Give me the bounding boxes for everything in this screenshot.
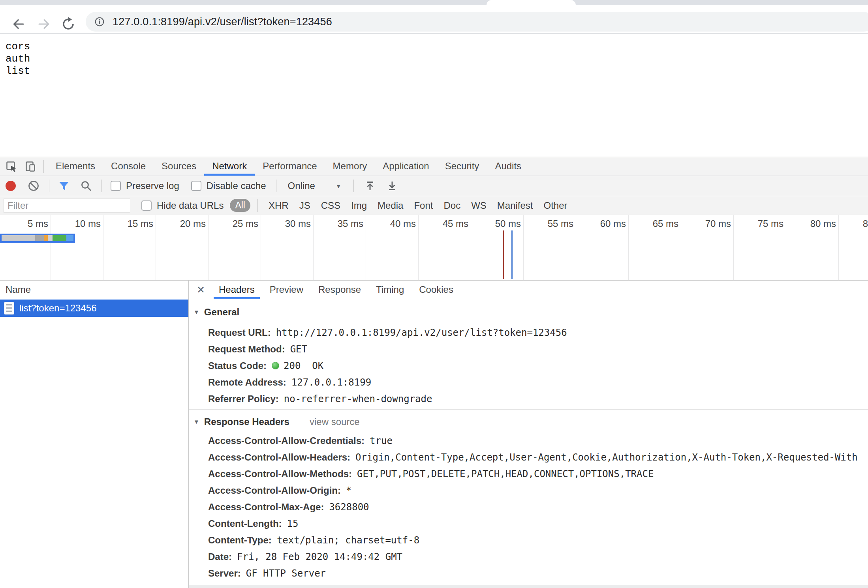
devtools-tab-sources[interactable]: Sources (154, 157, 204, 176)
details-tab-response[interactable]: Response (313, 281, 366, 299)
devtools-tab-console[interactable]: Console (103, 157, 154, 176)
chevron-down-icon[interactable]: ▼ (336, 183, 342, 189)
details-tab-cookies[interactable]: Cookies (414, 281, 458, 299)
general-section-header[interactable]: ▼General (194, 306, 239, 318)
filter-type-doc[interactable]: Doc (443, 200, 460, 211)
header-row: Access-Control-Max-Age:3628800 (208, 501, 369, 513)
forward-button[interactable] (36, 17, 51, 32)
devtools-tab-memory[interactable]: Memory (325, 157, 375, 176)
header-label: Server: (208, 568, 241, 579)
waterfall-segment (2, 235, 35, 241)
separator (49, 180, 49, 192)
close-icon[interactable]: ✕ (197, 284, 205, 296)
separator (257, 199, 258, 212)
filter-input[interactable] (3, 198, 130, 213)
header-label: Request Method: (208, 344, 285, 354)
response-headers-section-header[interactable]: ▼Response Headers (194, 416, 289, 428)
hide-data-urls-label[interactable]: Hide data URLs (157, 200, 224, 211)
devtools-tab-audits[interactable]: Audits (487, 157, 529, 176)
details-tabs: HeadersPreviewResponseTimingCookies (211, 281, 461, 299)
view-source-link[interactable]: view source (310, 416, 360, 428)
name-column-header[interactable]: Name (0, 281, 188, 299)
request-row[interactable]: list?token=123456 (0, 300, 188, 317)
reload-button[interactable] (61, 17, 76, 32)
page-text-line: cors (6, 41, 30, 53)
preserve-log-label[interactable]: Preserve log (126, 180, 179, 191)
network-overview[interactable]: 5 ms10 ms15 ms20 ms25 ms30 ms35 ms40 ms4… (0, 215, 868, 281)
timeline-label: 30 ms (261, 218, 311, 229)
inspect-element-icon[interactable] (6, 161, 17, 172)
header-value: 200 OK (284, 360, 323, 371)
filter-type-xhr[interactable]: XHR (269, 200, 289, 211)
page-text-line: auth (6, 53, 30, 65)
hide-data-urls-checkbox[interactable] (141, 200, 152, 211)
header-row: Request URL:http://127.0.0.1:8199/api.v2… (208, 326, 567, 339)
details-tab-preview[interactable]: Preview (265, 281, 308, 299)
url-bar[interactable]: 127.0.0.1:8199/api.v2/user/list?token=12… (86, 12, 868, 32)
page-info-icon[interactable] (94, 17, 105, 27)
request-name: list?token=123456 (19, 303, 97, 314)
disable-cache-label[interactable]: Disable cache (207, 180, 266, 191)
import-har-icon[interactable] (364, 180, 376, 192)
devtools-tab-security[interactable]: Security (437, 157, 487, 176)
header-value: GET (290, 344, 307, 355)
document-icon-lines (6, 304, 12, 312)
separator (43, 160, 44, 173)
header-value: text/plain; charset=utf-8 (277, 535, 419, 546)
filter-type-manifest[interactable]: Manifest (497, 200, 533, 211)
header-label: Access-Control-Max-Age: (208, 502, 324, 512)
header-row: Referrer Policy:no-referrer-when-downgra… (208, 393, 432, 405)
filter-type-css[interactable]: CSS (321, 200, 340, 211)
url-text[interactable]: 127.0.0.1:8199/api.v2/user/list?token=12… (113, 16, 332, 28)
filter-type-all[interactable]: All (230, 199, 250, 212)
header-value: no-referrer-when-downgrade (284, 393, 432, 404)
page-text-line: list (6, 65, 30, 77)
filter-type-media[interactable]: Media (378, 200, 403, 211)
header-label: Access-Control-Allow-Origin: (208, 485, 341, 496)
throttling-select[interactable]: Online (287, 180, 315, 191)
status-ok-dot (272, 362, 279, 369)
export-har-icon[interactable] (386, 180, 398, 192)
devtools-tab-elements[interactable]: Elements (48, 157, 103, 176)
search-icon[interactable] (80, 180, 92, 192)
devtools-tab-performance[interactable]: Performance (255, 157, 325, 176)
waterfall-segment (53, 235, 66, 241)
devtools-tab-application[interactable]: Application (375, 157, 437, 176)
filter-type-img[interactable]: Img (351, 200, 367, 211)
header-row: Access-Control-Allow-Methods:GET,PUT,POS… (208, 468, 654, 480)
header-label: Remote Address: (208, 377, 286, 388)
filter-type-font[interactable]: Font (414, 200, 433, 211)
overview-waterfall-bar[interactable] (0, 234, 75, 243)
devtools-tab-network[interactable]: Network (204, 157, 255, 176)
request-details-panel: ✕ HeadersPreviewResponseTimingCookies ▼G… (189, 281, 868, 588)
load-event-line (503, 230, 504, 279)
details-bottom-strip (189, 585, 868, 588)
details-tab-headers[interactable]: Headers (214, 281, 260, 299)
header-label: Content-Length: (208, 518, 282, 529)
filter-type-js[interactable]: JS (299, 200, 310, 211)
waterfall-segment (48, 235, 53, 241)
details-tab-timing[interactable]: Timing (371, 281, 409, 299)
header-row: Access-Control-Allow-Origin:* (208, 484, 351, 497)
record-button[interactable] (6, 181, 16, 191)
browser-active-tab[interactable] (487, 0, 576, 5)
disable-cache-checkbox[interactable] (191, 181, 201, 191)
header-label: Access-Control-Allow-Headers: (208, 452, 350, 463)
header-label: Access-Control-Allow-Methods: (208, 468, 352, 479)
browser-tab-strip (0, 0, 868, 5)
clear-icon[interactable] (28, 180, 39, 192)
timeline-label: 10 ms (51, 218, 101, 229)
timeline-label: 55 ms (524, 218, 573, 229)
device-toolbar-icon[interactable] (24, 161, 36, 172)
filter-type-ws[interactable]: WS (471, 200, 487, 211)
preserve-log-checkbox[interactable] (111, 181, 121, 191)
filter-type-other[interactable]: Other (544, 200, 567, 211)
header-value: 127.0.0.1:8199 (291, 377, 371, 388)
header-value: * (346, 485, 351, 496)
filter-funnel-icon[interactable] (58, 180, 70, 192)
separator (276, 180, 276, 192)
timeline-label: 85 ms (839, 218, 868, 229)
domcontentloaded-line (511, 230, 513, 279)
back-button[interactable] (11, 17, 26, 32)
timeline-label: 65 ms (629, 218, 678, 229)
